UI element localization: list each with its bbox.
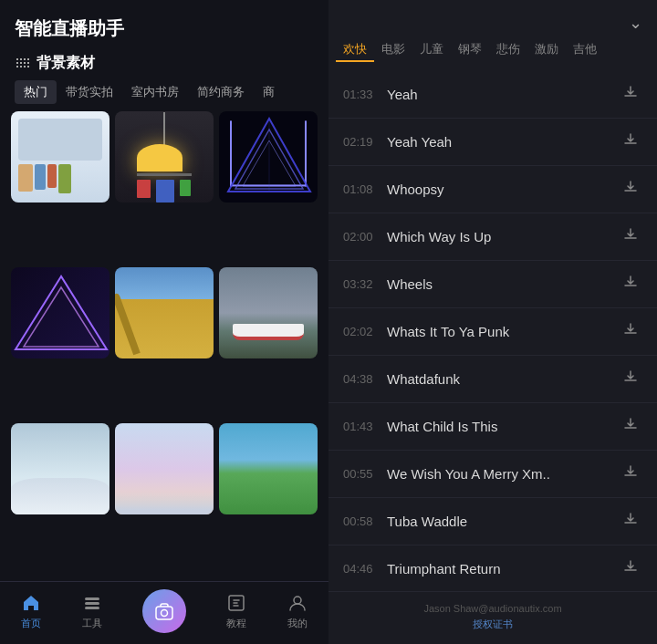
- bottom-nav: 首页 工具: [0, 581, 328, 644]
- track-item[interactable]: 00:55We Wish You A Merry Xm..: [328, 451, 657, 498]
- track-item[interactable]: 04:38Whatdafunk: [328, 356, 657, 403]
- grid-item-neon[interactable]: [219, 111, 318, 203]
- background-grid: [0, 111, 328, 574]
- track-item[interactable]: 02:19Yeah Yeah: [328, 119, 657, 166]
- section-label: 背景素材: [36, 54, 95, 73]
- track-time: 04:46: [343, 562, 378, 576]
- tab-more[interactable]: 商: [254, 80, 284, 104]
- track-time: 03:32: [343, 277, 378, 291]
- tab-room[interactable]: 室内书房: [122, 80, 188, 104]
- track-name: Yeah Yeah: [387, 134, 619, 150]
- grid-item-boat[interactable]: [219, 267, 318, 358]
- track-name: Yeah: [387, 87, 619, 102]
- svg-point-15: [294, 597, 301, 604]
- download-button[interactable]: [619, 509, 642, 534]
- nav-home-label: 首页: [21, 617, 41, 630]
- track-time: 00:58: [343, 514, 378, 528]
- nav-profile[interactable]: 我的: [287, 592, 308, 630]
- download-button[interactable]: [619, 319, 642, 344]
- track-item[interactable]: 01:43What Child Is This: [328, 403, 657, 451]
- svg-rect-11: [85, 607, 99, 609]
- grid-item-desk[interactable]: [115, 111, 214, 203]
- music-track-list: 01:33Yeah 02:19Yeah Yeah 01:08Whoopsy 02…: [328, 71, 657, 591]
- footer-license[interactable]: 授权证书: [343, 617, 642, 633]
- track-time: 01:08: [343, 182, 378, 196]
- svg-rect-10: [85, 602, 99, 605]
- download-button[interactable]: [619, 462, 642, 486]
- right-panel: ⌄ 欢快 电影 儿童 钢琴 悲伤 激励 吉他 01:33Yeah 02:19Ye…: [328, 0, 657, 644]
- section-title: 背景素材: [0, 50, 328, 80]
- right-header: ⌄: [328, 0, 657, 38]
- download-button[interactable]: [619, 82, 642, 107]
- grid-item-shelf[interactable]: [11, 111, 110, 203]
- track-item[interactable]: 00:58Tuba Waddle: [328, 498, 657, 545]
- track-name: We Wish You A Merry Xm..: [387, 466, 619, 482]
- section-icon: [15, 56, 31, 72]
- svg-point-13: [161, 610, 167, 617]
- nav-home[interactable]: 首页: [20, 592, 42, 630]
- grid-item-snow[interactable]: [11, 423, 110, 514]
- download-button[interactable]: [619, 367, 642, 391]
- track-time: 02:00: [343, 230, 378, 244]
- track-name: Tuba Waddle: [387, 514, 619, 529]
- track-name: Whoopsy: [387, 182, 619, 197]
- track-item[interactable]: 02:00Which Way Is Up: [328, 213, 657, 261]
- download-button[interactable]: [619, 414, 642, 439]
- track-item[interactable]: 01:08Whoopsy: [328, 166, 657, 213]
- grid-item-wheat[interactable]: [115, 267, 214, 358]
- camera-center-button[interactable]: [142, 589, 186, 633]
- track-time: 02:02: [343, 325, 378, 338]
- grid-item-pastel[interactable]: [115, 423, 214, 514]
- download-button[interactable]: [619, 556, 642, 581]
- grid-item-green[interactable]: [219, 423, 318, 514]
- collapse-button[interactable]: ⌄: [629, 13, 642, 33]
- grid-item-purple-neon[interactable]: [11, 267, 110, 358]
- left-panel: 智能直播助手 背景素材 热门 带货实拍 室内书房 简约商务 商: [0, 0, 328, 644]
- track-name: What Child Is This: [387, 419, 619, 434]
- music-tab-inspire[interactable]: 激励: [527, 38, 566, 62]
- track-time: 02:19: [343, 135, 378, 149]
- download-button[interactable]: [619, 272, 642, 296]
- nav-tutorial-label: 教程: [226, 617, 246, 630]
- tab-hot[interactable]: 热门: [15, 80, 57, 104]
- category-tabs: 热门 带货实拍 室内书房 简约商务 商: [0, 80, 328, 111]
- profile-icon: [287, 592, 308, 614]
- music-tab-movie[interactable]: 电影: [374, 38, 412, 62]
- track-name: Which Way Is Up: [387, 229, 619, 244]
- app-title: 智能直播助手: [0, 0, 328, 50]
- music-tab-happy[interactable]: 欢快: [336, 38, 374, 62]
- track-time: 01:43: [343, 420, 378, 433]
- track-name: Wheels: [387, 276, 619, 292]
- track-time: 00:55: [343, 467, 378, 481]
- tab-business[interactable]: 简约商务: [188, 80, 254, 104]
- music-tab-guitar[interactable]: 吉他: [566, 38, 604, 62]
- music-category-tabs: 欢快 电影 儿童 钢琴 悲伤 激励 吉他: [328, 38, 657, 71]
- tools-icon: [81, 592, 103, 614]
- music-tab-children[interactable]: 儿童: [412, 38, 451, 62]
- track-name: Whats It To Ya Punk: [387, 324, 619, 339]
- svg-rect-9: [85, 597, 99, 600]
- nav-profile-label: 我的: [287, 617, 308, 630]
- music-tab-sad[interactable]: 悲伤: [489, 38, 527, 62]
- download-button[interactable]: [619, 224, 642, 249]
- track-name: Whatdafunk: [387, 371, 619, 387]
- nav-tutorial[interactable]: 教程: [225, 592, 247, 630]
- track-item[interactable]: 01:33Yeah: [328, 71, 657, 119]
- footer: Jason Shaw@audionautix.com 授权证书: [328, 591, 657, 644]
- download-button[interactable]: [619, 130, 642, 154]
- nav-tools-label: 工具: [82, 617, 102, 630]
- nav-tools[interactable]: 工具: [81, 592, 103, 630]
- nav-camera[interactable]: [142, 589, 186, 633]
- music-tab-piano[interactable]: 钢琴: [451, 38, 489, 62]
- track-time: 01:33: [343, 88, 378, 101]
- track-name: Triumphant Return: [387, 561, 619, 576]
- footer-email: Jason Shaw@audionautix.com: [343, 601, 642, 618]
- download-button[interactable]: [619, 177, 642, 202]
- track-item[interactable]: 02:02Whats It To Ya Punk: [328, 308, 657, 356]
- home-icon: [20, 592, 42, 614]
- track-item[interactable]: 04:46Triumphant Return: [328, 545, 657, 591]
- track-item[interactable]: 03:32Wheels: [328, 261, 657, 308]
- track-time: 04:38: [343, 372, 378, 386]
- tab-live[interactable]: 带货实拍: [57, 80, 122, 104]
- svg-rect-12: [156, 607, 172, 619]
